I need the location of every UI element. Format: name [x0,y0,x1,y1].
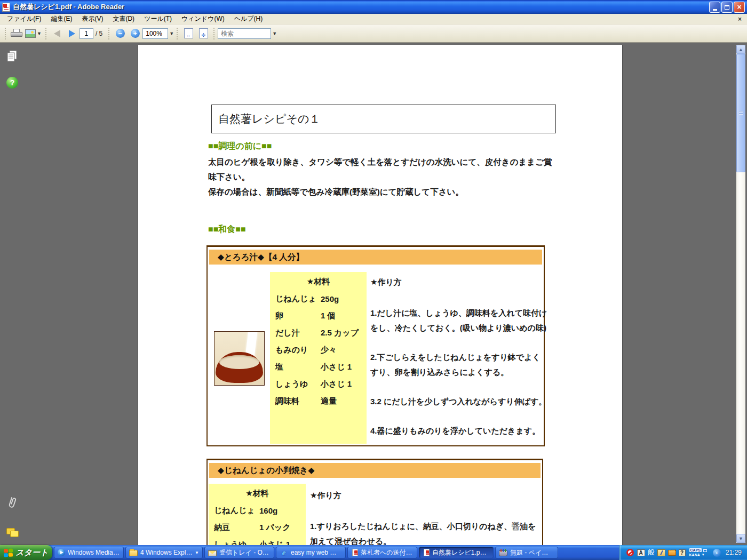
menu-item[interactable]: 文書(D) [108,13,139,25]
page-number-input[interactable] [80,28,93,39]
next-page-button[interactable] [65,27,80,41]
system-tray: A 般 ? CAPS KANA▼ ‹ 21:29 [619,545,747,560]
question-mark-icon: ? [6,77,18,89]
pdf-file-icon [2,3,10,12]
taskbar-item-paint[interactable]: 無題 - ペイント [495,547,558,558]
search-dropdown-icon[interactable]: ▼ [272,31,277,36]
recipe2-title: ◆じねんじょの小判焼き◆ [209,463,541,478]
attachments-panel-button[interactable] [5,496,19,510]
windows-logo-icon [4,548,13,557]
taskbar-item-pdf-sofu[interactable]: 落札者への送付案... [347,547,417,558]
recipe-step: 2.下ごしらえをしたじねんじょをすり鉢でよくすり、卵を割り込みさらによくする。 [370,350,547,380]
menu-item[interactable]: 編集(E) [46,13,77,25]
title-bar[interactable]: 自然薯レシピ1.pdf - Adobe Reader × [0,0,747,14]
zoom-dropdown-icon[interactable]: ▼ [169,31,174,36]
recipe-step: 3.2 にだし汁を少しずつ入れながらすり伸ばす。 [370,394,547,409]
menu-item[interactable]: 表示(V) [77,13,108,25]
print-button[interactable] [9,27,24,41]
menubar-close-icon[interactable]: × [738,15,742,23]
ingredient-row: だし汁 2.5 カップ [270,324,367,341]
start-button[interactable]: スタート [0,545,52,560]
recipe2-ingredients-table: ★材料 じねんじょ 160g 納豆 1 パック [209,484,306,545]
internet-explorer-icon: e [280,549,288,556]
help-panel-button[interactable]: ? [5,76,19,90]
ime-help-icon[interactable]: ? [679,549,686,556]
fit-page-button[interactable]: ✣ [196,27,211,41]
ingredient-quantity: 小さじ 1 [321,362,352,372]
ingredient-name: 調味料 [275,396,321,406]
recipe-step: 1.すりおろしたじねんじょに、納豆、小口切りのねぎ、醤油を加えて混ぜ合わせる。 [310,519,537,545]
restore-button[interactable] [721,2,733,13]
ingredient-row: じねんじょ 160g [209,502,306,519]
menu-item[interactable]: ツール(T) [139,13,177,25]
fit-width-icon: ↔ [184,28,193,38]
toolbar: ▼ / 5 − + ▼ ↔ ✣ ▼ [0,25,747,43]
search-input[interactable] [218,28,271,39]
chevron-down-icon: ▼ [37,31,42,36]
picture-icon [25,29,36,38]
start-label: スタート [15,548,48,558]
picture-tasks-button[interactable]: ▼ [24,27,43,41]
ingredient-quantity: 250g [321,294,339,303]
steps-list: 1.だし汁に塩、しょうゆ、調味料を入れて味付けをし、冷たくしておく。(吸い物より… [370,306,547,438]
ingredients-header: ★材料 [209,484,306,502]
toolbar-grip [4,28,7,39]
ingredient-quantity: 小さじ 1 [259,540,290,546]
ime-caps-kana-indicator[interactable]: CAPS KANA▼ [689,548,707,557]
vertical-scrollbar[interactable]: ▲ ▼ [736,45,745,543]
ingredient-row: しょうゆ 小さじ 1 [270,375,367,393]
comments-panel-button[interactable] [5,525,19,539]
document-area: ? 自然薯レシピその１ ■■調理の前に■■ 太目のヒゲ根を取り除き、タワシ等で軽… [0,43,747,545]
zoom-out-button[interactable]: − [113,27,128,41]
printer-icon [11,29,22,38]
recipe1-title: ◆とろろ汁◆【4 人分】 [209,250,542,265]
zoom-out-icon: − [116,29,125,38]
ingredient-name: じねんじょ [214,506,259,516]
menu-item[interactable]: ヘルプ(H) [229,13,268,25]
window-title: 自然薯レシピ1.pdf - Adobe Reader [13,2,708,12]
ime-tools-icon[interactable] [657,549,665,556]
kana-indicator: KANA [689,553,700,557]
page-total-label: / 5 [96,30,102,37]
recipe2-steps: ★作り方 1.すりおろしたじねんじょに、納豆、小口切りのねぎ、醤油を加えて混ぜ合… [310,488,537,545]
taskbar-item-explorer-group[interactable]: 4 Windows Explor... ▼ [125,547,203,558]
taskbar-item-media-player[interactable]: Windows Media Pl... [54,547,124,558]
ingredient-quantity: 小さじ 1 [321,379,352,389]
toolbar-grip [44,28,48,39]
taskbar-item-easy-my-web[interactable]: e easy my web 管理... [276,547,346,558]
recipe-card-kobanyaki: ◆じねんじょの小判焼き◆ ★材料 じねんじょ 160g 納豆 [206,459,543,545]
ingredient-row: しょうゆ 小さじ 1 [209,536,306,545]
zoom-level-input[interactable] [142,28,168,39]
ingredient-name: だし汁 [275,328,321,338]
zoom-in-button[interactable]: + [128,27,142,41]
taskbar-clock: 21:29 [726,549,742,556]
scroll-down-button[interactable]: ▼ [736,534,745,543]
close-button[interactable]: × [734,2,745,13]
pdf-file-icon [424,549,430,556]
taskbar-item-recipe-pdf[interactable]: 自然薯レシピ1.pdf ... [419,547,494,558]
recipe-step: 1.だし汁に塩、しょうゆ、調味料を入れて味付けをし、冷たくしておく。(吸い物より… [370,306,547,335]
scrollbar-thumb[interactable] [736,54,745,172]
ime-general-mode-label[interactable]: 般 [648,548,655,557]
ime-input-mode-icon[interactable]: A [637,549,645,556]
menu-item[interactable]: ウィンドウ(W) [177,13,229,25]
pdf-page: 自然薯レシピその１ ■■調理の前に■■ 太目のヒゲ根を取り除き、タワシ等で軽く土… [138,45,623,545]
folder-icon [129,550,138,556]
minimize-button[interactable] [709,2,720,13]
caps-indicator: CAPS [689,548,702,552]
washoku-section-heading: ■■和食■■ [208,224,246,235]
hide-tray-icons-button[interactable]: ‹ [713,549,721,557]
fit-width-button[interactable]: ↔ [181,27,196,41]
tororo-photo [214,331,265,386]
ingredient-name: じねんじょ [275,294,321,304]
antivirus-tray-icon[interactable] [626,548,634,557]
ingredient-name: しょうゆ [275,379,321,389]
toolbox-tray-icon[interactable] [668,550,676,556]
previous-page-button[interactable] [50,27,65,41]
forward-arrow-icon [69,30,75,37]
menu-item[interactable]: ファイル(F) [2,13,46,25]
taskbar-item-outlook[interactable]: 受信トレイ - Outlo... [204,547,274,558]
chevron-down-icon: ▼ [702,553,705,557]
pages-panel-button[interactable] [5,49,19,63]
scroll-up-button[interactable]: ▲ [736,45,745,54]
